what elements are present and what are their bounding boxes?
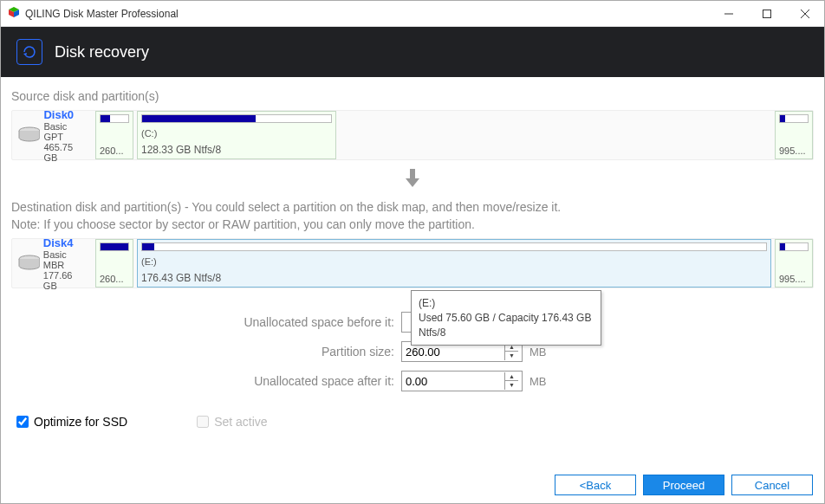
- footer-buttons: <Back Proceed Cancel: [555, 475, 813, 495]
- dest-partition-0[interactable]: 260...: [95, 239, 133, 288]
- maximize-button[interactable]: [748, 1, 786, 26]
- minimize-button[interactable]: [710, 1, 748, 26]
- svg-rect-8: [410, 169, 415, 178]
- app-icon: [8, 6, 20, 22]
- source-disk-row: Disk0 Basic GPT 465.75 GB 260... (C:) 12…: [11, 110, 814, 160]
- dest-label: Destination disk and partition(s) - You …: [11, 200, 814, 214]
- source-disk-type: Basic GPT: [43, 121, 87, 142]
- proceed-button[interactable]: Proceed: [643, 475, 724, 495]
- tooltip-line2: Used 75.60 GB / Capacity 176.43 GB: [419, 311, 594, 326]
- source-partition-2[interactable]: 995....: [775, 111, 813, 159]
- dest-disk-info[interactable]: Disk4 Basic MBR 177.66 GB: [12, 239, 92, 288]
- dest-note: Note: If you choose sector by sector or …: [11, 217, 814, 231]
- source-disk-name: Disk0: [43, 108, 87, 121]
- svg-rect-4: [763, 10, 771, 17]
- source-disk-info[interactable]: Disk0 Basic GPT 465.75 GB: [12, 111, 92, 159]
- dest-disk-name: Disk4: [43, 236, 87, 249]
- partition-size-label: Partition size:: [11, 345, 401, 359]
- unit-label: MB: [529, 346, 555, 359]
- set-active-checkbox: Set active: [197, 415, 267, 429]
- tooltip-line1: (E:): [419, 296, 594, 311]
- dest-partition-e[interactable]: (E:) 176.43 GB Ntfs/8: [137, 239, 771, 288]
- cancel-button[interactable]: Cancel: [731, 475, 813, 495]
- page-title: Disk recovery: [55, 43, 149, 61]
- dest-disk-row: Disk4 Basic MBR 177.66 GB 260... (E:) 17…: [11, 238, 814, 288]
- optimize-ssd-checkbox[interactable]: Optimize for SSD: [16, 415, 127, 429]
- source-partition-0[interactable]: 260...: [95, 111, 133, 159]
- window-title: QILING Disk Master Professional: [25, 8, 179, 20]
- arrow-down-icon: [11, 169, 814, 191]
- partition-tooltip: (E:) Used 75.60 GB / Capacity 176.43 GB …: [411, 290, 601, 346]
- page-header: Disk recovery: [1, 27, 824, 77]
- close-button[interactable]: [786, 1, 824, 26]
- unalloc-after-input[interactable]: 0.00 ▲▼: [401, 371, 523, 391]
- source-partition-c[interactable]: (C:) 128.33 GB Ntfs/8: [137, 111, 336, 159]
- source-disk-size: 465.75 GB: [43, 142, 87, 163]
- disk-icon: [17, 126, 40, 145]
- disk-icon: [17, 254, 40, 273]
- unalloc-after-spinner[interactable]: ▲▼: [504, 372, 518, 390]
- source-label: Source disk and partition(s): [11, 89, 814, 103]
- dest-partition-2[interactable]: 995....: [775, 239, 813, 288]
- unalloc-after-label: Unallocated space after it:: [11, 374, 401, 388]
- dest-disk-size: 177.66 GB: [43, 270, 87, 291]
- dest-disk-type: Basic MBR: [43, 249, 87, 270]
- back-button[interactable]: <Back: [555, 475, 636, 495]
- unit-label-2: MB: [529, 375, 555, 388]
- unalloc-before-label: Unallocated space before it:: [11, 315, 401, 329]
- tooltip-line3: Ntfs/8: [419, 326, 594, 340]
- titlebar: QILING Disk Master Professional: [1, 1, 824, 27]
- svg-marker-9: [406, 178, 419, 187]
- recovery-icon: [16, 39, 42, 65]
